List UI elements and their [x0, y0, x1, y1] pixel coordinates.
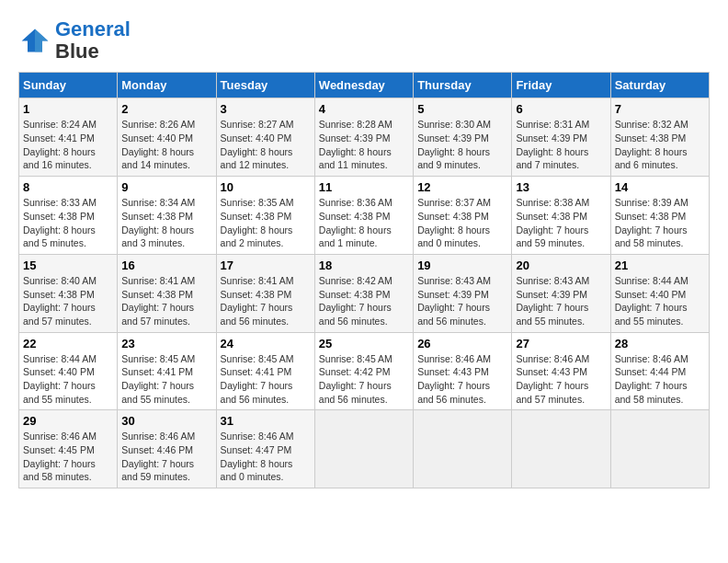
calendar-cell: 23 Sunrise: 8:45 AM Sunset: 4:41 PM Dayl… [118, 332, 216, 410]
calendar-cell: 28 Sunrise: 8:46 AM Sunset: 4:44 PM Dayl… [610, 332, 709, 410]
calendar-cell: 12 Sunrise: 8:37 AM Sunset: 4:38 PM Dayl… [414, 177, 512, 255]
day-number: 21 [615, 259, 705, 272]
day-info: Sunrise: 8:40 AM Sunset: 4:38 PM Dayligh… [23, 274, 113, 328]
day-info: Sunrise: 8:27 AM Sunset: 4:40 PM Dayligh… [221, 118, 311, 172]
calendar-cell: 18 Sunrise: 8:42 AM Sunset: 4:38 PM Dayl… [314, 254, 413, 332]
day-number: 20 [516, 259, 606, 272]
day-info: Sunrise: 8:43 AM Sunset: 4:39 PM Dayligh… [417, 274, 507, 328]
calendar-week-row: 1 Sunrise: 8:24 AM Sunset: 4:41 PM Dayli… [19, 98, 710, 177]
calendar-cell: 8 Sunrise: 8:33 AM Sunset: 4:38 PM Dayli… [19, 177, 118, 255]
calendar-week-row: 29 Sunrise: 8:46 AM Sunset: 4:45 PM Dayl… [19, 410, 710, 488]
page-header: GeneralBlue [18, 18, 710, 63]
day-number: 14 [615, 180, 705, 194]
calendar-cell: 22 Sunrise: 8:44 AM Sunset: 4:40 PM Dayl… [19, 332, 118, 410]
calendar-cell: 20 Sunrise: 8:43 AM Sunset: 4:39 PM Dayl… [512, 254, 610, 332]
day-number: 25 [319, 337, 409, 350]
weekday-header-wednesday: Wednesday [314, 73, 413, 98]
calendar-cell [314, 410, 413, 488]
calendar-week-row: 15 Sunrise: 8:40 AM Sunset: 4:38 PM Dayl… [19, 254, 710, 332]
calendar-cell: 11 Sunrise: 8:36 AM Sunset: 4:38 PM Dayl… [314, 177, 413, 255]
day-info: Sunrise: 8:43 AM Sunset: 4:39 PM Dayligh… [516, 274, 606, 328]
day-info: Sunrise: 8:45 AM Sunset: 4:41 PM Dayligh… [121, 352, 211, 407]
day-number: 9 [121, 180, 211, 194]
weekday-header-monday: Monday [118, 73, 216, 98]
calendar-cell [512, 410, 610, 488]
calendar-cell: 21 Sunrise: 8:44 AM Sunset: 4:40 PM Dayl… [610, 254, 709, 332]
day-info: Sunrise: 8:32 AM Sunset: 4:38 PM Dayligh… [615, 118, 705, 172]
day-info: Sunrise: 8:33 AM Sunset: 4:38 PM Dayligh… [23, 196, 113, 250]
day-number: 17 [221, 259, 311, 272]
calendar-cell: 9 Sunrise: 8:34 AM Sunset: 4:38 PM Dayli… [118, 177, 216, 255]
day-number: 5 [417, 102, 507, 116]
day-number: 11 [319, 180, 409, 194]
day-number: 15 [23, 259, 113, 272]
day-number: 31 [221, 414, 311, 428]
calendar-cell: 27 Sunrise: 8:46 AM Sunset: 4:43 PM Dayl… [512, 332, 610, 410]
day-number: 16 [121, 259, 211, 272]
calendar-cell: 31 Sunrise: 8:46 AM Sunset: 4:47 PM Dayl… [216, 410, 314, 488]
calendar-cell: 25 Sunrise: 8:45 AM Sunset: 4:42 PM Dayl… [314, 332, 413, 410]
day-info: Sunrise: 8:46 AM Sunset: 4:47 PM Dayligh… [221, 430, 311, 484]
day-number: 1 [23, 102, 113, 116]
weekday-header-thursday: Thursday [414, 73, 512, 98]
calendar-week-row: 22 Sunrise: 8:44 AM Sunset: 4:40 PM Dayl… [19, 332, 710, 410]
day-info: Sunrise: 8:31 AM Sunset: 4:39 PM Dayligh… [516, 118, 606, 172]
day-info: Sunrise: 8:46 AM Sunset: 4:43 PM Dayligh… [516, 352, 606, 407]
day-number: 4 [319, 102, 409, 116]
calendar-week-row: 8 Sunrise: 8:33 AM Sunset: 4:38 PM Dayli… [19, 177, 710, 255]
day-number: 18 [319, 259, 409, 272]
weekday-header-row: SundayMondayTuesdayWednesdayThursdayFrid… [19, 73, 710, 98]
weekday-header-friday: Friday [512, 73, 610, 98]
day-number: 30 [121, 414, 211, 428]
calendar-cell: 24 Sunrise: 8:45 AM Sunset: 4:41 PM Dayl… [216, 332, 314, 410]
day-number: 23 [121, 337, 211, 350]
calendar-cell: 7 Sunrise: 8:32 AM Sunset: 4:38 PM Dayli… [610, 98, 709, 177]
day-number: 22 [23, 337, 113, 350]
day-number: 13 [516, 180, 606, 194]
day-info: Sunrise: 8:45 AM Sunset: 4:41 PM Dayligh… [221, 352, 311, 407]
day-info: Sunrise: 8:46 AM Sunset: 4:46 PM Dayligh… [121, 430, 211, 484]
day-number: 28 [615, 337, 705, 350]
day-info: Sunrise: 8:36 AM Sunset: 4:38 PM Dayligh… [319, 196, 409, 250]
calendar-cell: 13 Sunrise: 8:38 AM Sunset: 4:38 PM Dayl… [512, 177, 610, 255]
calendar-cell [610, 410, 709, 488]
day-info: Sunrise: 8:39 AM Sunset: 4:38 PM Dayligh… [615, 196, 705, 250]
day-number: 24 [221, 337, 311, 350]
svg-marker-1 [35, 29, 48, 52]
calendar-cell: 15 Sunrise: 8:40 AM Sunset: 4:38 PM Dayl… [19, 254, 118, 332]
weekday-header-saturday: Saturday [610, 73, 709, 98]
calendar-cell: 19 Sunrise: 8:43 AM Sunset: 4:39 PM Dayl… [414, 254, 512, 332]
calendar-cell: 6 Sunrise: 8:31 AM Sunset: 4:39 PM Dayli… [512, 98, 610, 177]
weekday-header-tuesday: Tuesday [216, 73, 314, 98]
day-info: Sunrise: 8:46 AM Sunset: 4:43 PM Dayligh… [417, 352, 507, 407]
day-number: 3 [221, 102, 311, 116]
day-number: 10 [221, 180, 311, 194]
day-number: 26 [417, 337, 507, 350]
day-info: Sunrise: 8:42 AM Sunset: 4:38 PM Dayligh… [319, 274, 409, 328]
calendar-cell: 4 Sunrise: 8:28 AM Sunset: 4:39 PM Dayli… [314, 98, 413, 177]
calendar-cell: 30 Sunrise: 8:46 AM Sunset: 4:46 PM Dayl… [118, 410, 216, 488]
day-number: 29 [23, 414, 113, 428]
day-info: Sunrise: 8:44 AM Sunset: 4:40 PM Dayligh… [23, 352, 113, 407]
calendar-cell [414, 410, 512, 488]
day-number: 8 [23, 180, 113, 194]
calendar-cell: 17 Sunrise: 8:41 AM Sunset: 4:38 PM Dayl… [216, 254, 314, 332]
calendar-cell: 5 Sunrise: 8:30 AM Sunset: 4:39 PM Dayli… [414, 98, 512, 177]
day-info: Sunrise: 8:35 AM Sunset: 4:38 PM Dayligh… [221, 196, 311, 250]
day-info: Sunrise: 8:45 AM Sunset: 4:42 PM Dayligh… [319, 352, 409, 407]
logo-name: GeneralBlue [55, 18, 131, 63]
calendar-cell: 26 Sunrise: 8:46 AM Sunset: 4:43 PM Dayl… [414, 332, 512, 410]
day-info: Sunrise: 8:41 AM Sunset: 4:38 PM Dayligh… [121, 274, 211, 328]
calendar-cell: 29 Sunrise: 8:46 AM Sunset: 4:45 PM Dayl… [19, 410, 118, 488]
calendar-cell: 1 Sunrise: 8:24 AM Sunset: 4:41 PM Dayli… [19, 98, 118, 177]
calendar-cell: 3 Sunrise: 8:27 AM Sunset: 4:40 PM Dayli… [216, 98, 314, 177]
day-number: 6 [516, 102, 606, 116]
day-info: Sunrise: 8:24 AM Sunset: 4:41 PM Dayligh… [23, 118, 113, 172]
weekday-header-sunday: Sunday [19, 73, 118, 98]
day-number: 19 [417, 259, 507, 272]
calendar-table: SundayMondayTuesdayWednesdayThursdayFrid… [18, 72, 710, 488]
day-info: Sunrise: 8:34 AM Sunset: 4:38 PM Dayligh… [121, 196, 211, 250]
calendar-cell: 2 Sunrise: 8:26 AM Sunset: 4:40 PM Dayli… [118, 98, 216, 177]
day-info: Sunrise: 8:41 AM Sunset: 4:38 PM Dayligh… [221, 274, 311, 328]
day-number: 27 [516, 337, 606, 350]
